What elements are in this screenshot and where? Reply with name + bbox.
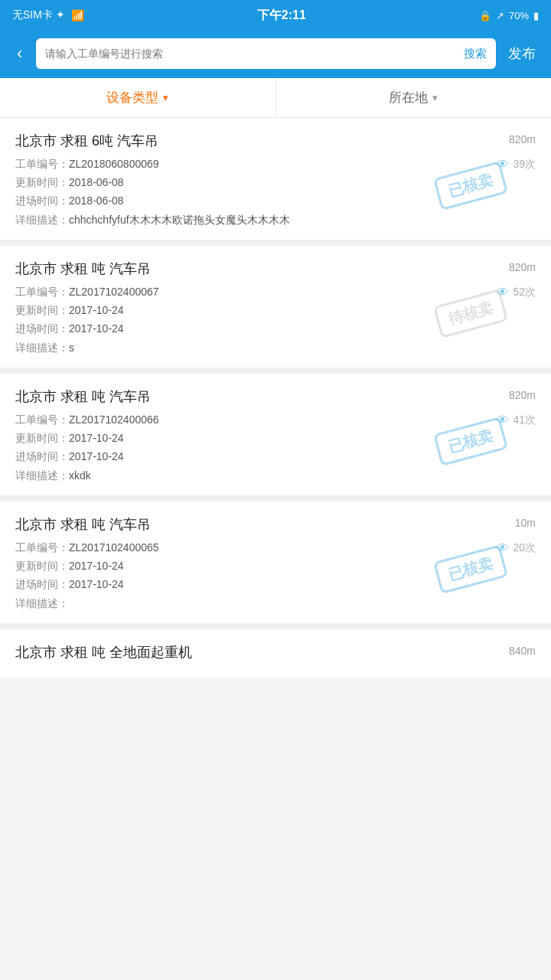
order-value: ZL2017102400067 [69, 286, 159, 298]
order-value: ZL2018060800069 [69, 158, 159, 170]
filter-bar: 设备类型 ▾ 所在地 ▾ [0, 78, 551, 118]
item-distance: 820m [509, 387, 536, 401]
order-label: 工单编号：ZL2017102400067 [15, 286, 159, 299]
battery-icon: ▮ [533, 10, 539, 21]
list-item[interactable]: 北京市 求租 6吨 汽车吊 820m 工单编号：ZL2018060800069 … [0, 118, 551, 240]
item-title: 北京市 求租 吨 全地面起重机 [15, 643, 192, 662]
item-title: 北京市 求租 6吨 汽车吊 [15, 132, 158, 150]
views-text: 41次 [513, 413, 536, 427]
battery-text: 70% [509, 10, 529, 21]
order-label: 工单编号：ZL2017102400065 [15, 541, 159, 555]
description-label: 详细描述： [15, 597, 69, 609]
description-label: 详细描述：s [15, 341, 74, 354]
item-header: 北京市 求租 吨 全地面起重机 840m [15, 643, 536, 662]
update-label: 更新时间：2018-06-08 [15, 176, 124, 190]
header: ‹ 搜索 发布 [0, 31, 551, 78]
search-input[interactable] [36, 47, 455, 60]
entry-value: 2017-10-24 [69, 578, 124, 590]
order-row: 工单编号：ZL2017102400065 👁 20次 [15, 541, 536, 555]
search-box: 搜索 [36, 38, 496, 69]
filter-location[interactable]: 所在地 ▾ [276, 78, 552, 117]
update-value: 2017-10-24 [69, 304, 124, 316]
order-label: 工单编号：ZL2018060800069 [15, 158, 159, 172]
publish-button[interactable]: 发布 [504, 41, 540, 66]
list-item[interactable]: 北京市 求租 吨 汽车吊 820m 工单编号：ZL2017102400067 👁… [0, 246, 551, 368]
description-value: xkdk [69, 469, 91, 482]
update-row: 更新时间：2017-10-24 [15, 432, 536, 446]
item-distance: 820m [509, 260, 536, 273]
list-container: 北京市 求租 6吨 汽车吊 820m 工单编号：ZL2018060800069 … [0, 118, 551, 677]
update-value: 2018-06-08 [69, 176, 124, 188]
lock-icon: 🔒 [479, 10, 491, 21]
views-count: 👁 20次 [497, 541, 536, 555]
entry-row: 进场时间：2017-10-24 [15, 450, 536, 464]
views-count: 👁 41次 [497, 413, 536, 427]
filter-type-chevron-icon: ▾ [163, 92, 168, 103]
views-text: 52次 [513, 286, 536, 299]
back-button[interactable]: ‹ [11, 42, 28, 65]
order-row: 工单编号：ZL2018060800069 👁 39次 [15, 158, 536, 172]
update-value: 2017-10-24 [69, 432, 124, 444]
filter-location-label: 所在地 [389, 89, 428, 106]
item-title: 北京市 求租 吨 汽车吊 [15, 260, 151, 278]
item-header: 北京市 求租 6吨 汽车吊 820m [15, 132, 536, 150]
order-label: 工单编号：ZL2017102400066 [15, 413, 159, 427]
item-title: 北京市 求租 吨 汽车吊 [15, 387, 151, 406]
location-icon: ↗ [496, 10, 504, 21]
eye-icon: 👁 [497, 541, 509, 555]
description-row: 详细描述： [15, 596, 536, 611]
update-row: 更新时间：2017-10-24 [15, 304, 536, 318]
order-value: ZL2017102400065 [69, 541, 159, 554]
entry-label: 进场时间：2018-06-08 [15, 194, 124, 208]
entry-row: 进场时间：2017-10-24 [15, 322, 536, 336]
description-row: 详细描述：chhchchfyfuf木木木木欧诺拖头女魔头木木木木 [15, 213, 536, 227]
entry-value: 2018-06-08 [69, 194, 124, 207]
description-label: 详细描述：chhchchfyfuf木木木木欧诺拖头女魔头木木木木 [15, 214, 290, 226]
order-row: 工单编号：ZL2017102400067 👁 52次 [15, 286, 536, 299]
entry-value: 2017-10-24 [69, 450, 124, 462]
order-value: ZL2017102400066 [69, 413, 159, 426]
description-label: 详细描述：xkdk [15, 469, 91, 482]
description-row: 详细描述：xkdk [15, 469, 536, 483]
item-distance: 820m [509, 132, 536, 145]
item-header: 北京市 求租 吨 汽车吊 820m [15, 387, 536, 406]
entry-value: 2017-10-24 [69, 322, 124, 335]
filter-type[interactable]: 设备类型 ▾ [0, 78, 276, 117]
filter-location-chevron-icon: ▾ [432, 92, 438, 103]
update-row: 更新时间：2018-06-08 [15, 176, 536, 190]
entry-row: 进场时间：2017-10-24 [15, 578, 536, 592]
views-text: 20次 [513, 541, 536, 555]
item-title: 北京市 求租 吨 汽车吊 [15, 515, 151, 534]
entry-label: 进场时间：2017-10-24 [15, 322, 124, 336]
entry-row: 进场时间：2018-06-08 [15, 194, 536, 208]
eye-icon: 👁 [497, 286, 509, 299]
views-count: 👁 39次 [497, 158, 536, 172]
list-item[interactable]: 北京市 求租 吨 汽车吊 820m 工单编号：ZL2017102400066 👁… [0, 374, 551, 495]
list-item[interactable]: 北京市 求租 吨 汽车吊 10m 工单编号：ZL2017102400065 👁 … [0, 501, 551, 623]
item-header: 北京市 求租 吨 汽车吊 10m [15, 515, 536, 534]
time-display: 下午2:11 [257, 8, 306, 24]
item-distance: 10m [515, 515, 536, 529]
search-button[interactable]: 搜索 [455, 47, 496, 61]
eye-icon: 👁 [497, 158, 509, 172]
no-sim-text: 无SIM卡 ✦ [12, 8, 65, 22]
eye-icon: 👁 [497, 413, 509, 427]
update-label: 更新时间：2017-10-24 [15, 304, 124, 318]
item-header: 北京市 求租 吨 汽车吊 820m [15, 260, 536, 278]
order-row: 工单编号：ZL2017102400066 👁 41次 [15, 413, 536, 427]
description-row: 详细描述：s [15, 341, 536, 355]
views-text: 39次 [513, 158, 536, 172]
item-distance: 840m [509, 643, 536, 657]
description-value: chhchchfyfuf木木木木欧诺拖头女魔头木木木木 [69, 214, 290, 226]
update-value: 2017-10-24 [69, 560, 124, 572]
list-item[interactable]: 北京市 求租 吨 全地面起重机 840m [0, 629, 551, 677]
entry-label: 进场时间：2017-10-24 [15, 578, 124, 592]
filter-type-label: 设备类型 [106, 89, 158, 106]
wifi-icon: 📶 [71, 9, 84, 21]
status-bar: 无SIM卡 ✦ 📶 下午2:11 🔒 ↗ 70% ▮ [0, 0, 551, 31]
description-value: s [69, 341, 74, 354]
views-count: 👁 52次 [497, 286, 536, 299]
entry-label: 进场时间：2017-10-24 [15, 450, 124, 464]
update-label: 更新时间：2017-10-24 [15, 560, 124, 573]
status-right: 🔒 ↗ 70% ▮ [479, 10, 539, 21]
